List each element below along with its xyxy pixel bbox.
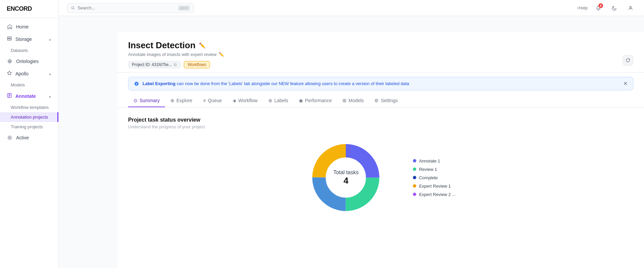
legend-item-review1: Review 1 — [413, 167, 455, 172]
sidebar-nav: Home Storage ▲ Datasets Ontologies — [0, 18, 58, 268]
ontologies-label: Ontologies — [16, 59, 39, 64]
storage-chevron: ▲ — [48, 38, 52, 41]
workflow-tab-icon: ◈ — [233, 98, 236, 103]
tab-summary[interactable]: ⊙ Summary — [128, 94, 165, 107]
models-tab-icon: ⊞ — [342, 98, 346, 103]
svg-rect-0 — [7, 37, 11, 38]
project-title: Insect Detection — [128, 40, 196, 51]
legend-dot-expert-review1 — [413, 184, 416, 188]
tab-models-label: Models — [348, 98, 364, 103]
moon-icon — [612, 5, 617, 11]
logo: ENCORD — [0, 0, 58, 18]
legend-item-expert-review1: Expert Review 1 — [413, 184, 455, 189]
performance-tab-icon: ◉ — [299, 98, 303, 103]
edit-desc-icon[interactable]: ✏️ — [219, 52, 224, 57]
refresh-button[interactable] — [623, 55, 633, 66]
user-menu[interactable] — [625, 3, 636, 13]
project-description: Annotate images of insects with expert r… — [128, 52, 633, 57]
legend-dot-expert-review2 — [413, 193, 416, 196]
annotate-chevron: ▲ — [48, 94, 52, 98]
legend-dot-annotate1 — [413, 159, 416, 162]
sidebar-item-home[interactable]: Home — [0, 21, 58, 33]
search-bar[interactable]: ctrl K — [67, 3, 194, 13]
sidebar-item-workflow-templates[interactable]: Workflow templates — [0, 103, 58, 112]
project-id-text: Project ID: 431fd75e... — [132, 62, 172, 67]
legend-label-expert-review1: Expert Review 1 — [419, 184, 451, 189]
tab-models[interactable]: ⊞ Models — [337, 94, 369, 107]
workflows-label: Workflows — [187, 62, 206, 67]
settings-tab-icon: ⚙ — [374, 98, 379, 103]
search-shortcut: ctrl K — [178, 5, 190, 11]
tab-explore-label: Explore — [176, 98, 192, 103]
project-header: Insect Detection ✏️ Annotate images of i… — [117, 32, 644, 73]
legend-item-annotate1: Annotate 1 — [413, 158, 455, 163]
tab-labels[interactable]: ⊛ Labels — [263, 94, 293, 107]
explore-tab-icon: ⊕ — [170, 98, 174, 103]
labels-tab-icon: ⊛ — [268, 98, 272, 103]
theme-toggle[interactable] — [609, 3, 620, 13]
banner-body: can now be done from the 'Labels' tab al… — [177, 81, 409, 86]
sidebar-item-ontologies[interactable]: Ontologies — [0, 55, 58, 67]
edit-title-icon[interactable]: ✏️ — [199, 42, 206, 49]
storage-label: Storage — [15, 37, 32, 42]
sidebar-item-annotation-projects[interactable]: Annotation projects — [0, 112, 58, 122]
banner-close-button[interactable]: ✕ — [623, 80, 628, 87]
tab-settings[interactable]: ⚙ Settings — [369, 94, 403, 107]
notifications-button[interactable]: 8 — [593, 3, 604, 13]
sidebar-item-models[interactable]: Models — [0, 80, 58, 90]
storage-icon — [7, 36, 12, 43]
sidebar-item-annotate[interactable]: Annotate ▲ — [0, 90, 58, 103]
svg-point-6 — [72, 6, 74, 9]
sidebar-item-active[interactable]: Active — [0, 132, 58, 144]
search-input[interactable] — [78, 5, 175, 10]
banner-highlight: Label Exporting — [143, 81, 175, 86]
legend-label-expert-review2: Expert Review 2 ... — [419, 192, 455, 197]
ontologies-icon — [7, 58, 13, 64]
legend-label-review1: Review 1 — [419, 167, 437, 172]
workflows-badge[interactable]: Workflows — [184, 61, 210, 68]
tab-summary-label: Summary — [140, 98, 160, 103]
project-meta: Project ID: 431fd75e... ⧉ Workflows — [128, 61, 633, 68]
help-label: Help — [579, 5, 588, 10]
sidebar-item-storage[interactable]: Storage ▲ — [0, 33, 58, 46]
home-icon — [7, 24, 13, 30]
description-text: Annotate images of insects with expert r… — [128, 52, 217, 57]
chart-legend: Annotate 1 Review 1 Complete Expert Revi… — [413, 158, 455, 197]
chart-area: Total tasks 4 Annotate 1 Review 1 Comple… — [128, 137, 633, 218]
donut-total-label: Total tasks — [333, 170, 359, 176]
tab-performance[interactable]: ◉ Performance — [293, 94, 337, 107]
summary-content: Project task status overview Understand … — [117, 108, 644, 227]
donut-total-value: 4 — [333, 176, 359, 186]
tab-labels-label: Labels — [274, 98, 288, 103]
active-icon — [7, 135, 13, 141]
sidebar-item-datasets[interactable]: Datasets — [0, 46, 58, 55]
tab-queue[interactable]: ≡ Queue — [198, 94, 227, 107]
logo-text: ENCORD — [7, 5, 32, 12]
legend-dot-complete — [413, 176, 416, 179]
donut-center-label: Total tasks 4 — [333, 170, 359, 186]
sidebar-item-apollo[interactable]: Apollo ▲ — [0, 67, 58, 80]
sidebar-item-training-projects[interactable]: Training projects — [0, 122, 58, 132]
tabs: ⊙ Summary ⊕ Explore ≡ Queue ◈ Workflow ⊛… — [117, 94, 644, 108]
topbar-actions: Help 8 — [577, 3, 636, 13]
tab-workflow[interactable]: ◈ Workflow — [227, 94, 263, 107]
banner-text: Label Exporting can now be done from the… — [143, 81, 409, 86]
section-title: Project task status overview — [128, 117, 633, 123]
donut-chart: Total tasks 4 — [306, 137, 386, 218]
tab-workflow-label: Workflow — [238, 98, 258, 103]
copy-icon[interactable]: ⧉ — [174, 62, 177, 67]
apollo-label: Apollo — [15, 71, 29, 76]
tab-explore[interactable]: ⊕ Explore — [165, 94, 198, 107]
queue-tab-icon: ≡ — [203, 98, 206, 103]
legend-dot-review1 — [413, 168, 416, 171]
section-subtitle: Understand the progress of your project — [128, 124, 633, 129]
user-icon — [628, 5, 633, 11]
info-banner: Label Exporting can now be done from the… — [128, 77, 633, 90]
apollo-chevron: ▲ — [48, 72, 52, 76]
active-label: Active — [16, 135, 29, 140]
tab-queue-label: Queue — [208, 98, 222, 103]
info-icon — [134, 81, 139, 86]
sidebar-item-label: Home — [16, 24, 29, 29]
help-button[interactable]: Help — [577, 3, 588, 13]
legend-label-complete: Complete — [419, 175, 438, 180]
